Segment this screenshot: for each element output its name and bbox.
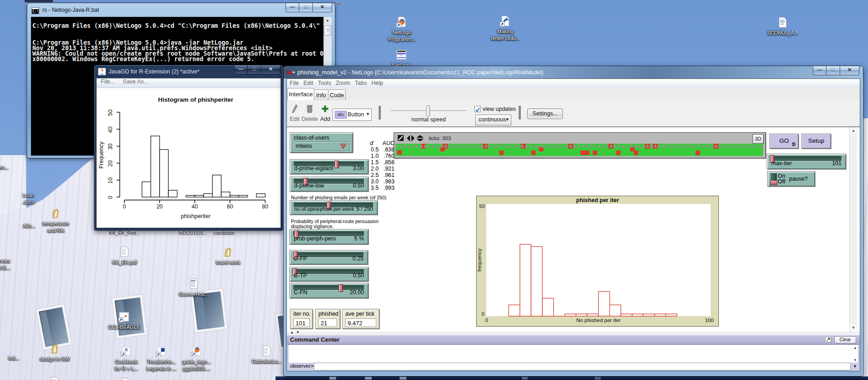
menu-zoom[interactable]: Zoom — [333, 79, 353, 86]
tool-label: Add — [317, 116, 333, 122]
slider-c-tp[interactable]: C-TP 0.50 — [289, 267, 369, 281]
go-button[interactable]: GO — [769, 134, 799, 149]
turtle-icon — [618, 144, 621, 147]
edit-tool[interactable]: Edit — [288, 104, 301, 122]
taskbar[interactable] — [275, 376, 868, 380]
taskbar-button[interactable] — [365, 377, 372, 380]
menu-file[interactable]: File — [287, 79, 301, 86]
menu-help[interactable]: Help — [369, 79, 385, 86]
slider-thumb[interactable] — [334, 161, 339, 168]
close-button[interactable]: ✕ — [261, 65, 281, 74]
menu-save-as[interactable]: Save As... — [123, 78, 148, 85]
cc-scroll-down-icon[interactable]: ▼ — [853, 358, 857, 362]
netlogo-window: phishing_model_v2 - NetLogo {C:\Users\ka… — [283, 66, 863, 376]
setup-button[interactable]: Setup — [801, 134, 831, 149]
tab-info[interactable]: Info — [314, 89, 328, 100]
clear-button[interactable]: Clear — [834, 336, 856, 344]
slider-label: C-TP — [294, 272, 307, 279]
div-element: ✕ — [313, 4, 332, 10]
maximize-button[interactable]: □ — [248, 65, 261, 74]
scroll-up-arrow[interactable]: ▲ — [324, 17, 331, 24]
menu-tools[interactable]: Tools — [316, 79, 333, 86]
maximize-button[interactable]: □ — [299, 3, 313, 12]
turtle-icon — [626, 144, 629, 147]
netlogo-titlebar[interactable]: phishing_model_v2 - NetLogo {C:\Users\ka… — [284, 66, 863, 78]
javagd-titlebar[interactable]: JavaGD for R-Extension (2) *active* — □ … — [94, 65, 283, 78]
scroll-up-arrow[interactable]: ▲ — [850, 128, 857, 134]
turtle-icon — [395, 144, 398, 147]
widget-type-combo[interactable]: abc Button ▼ — [333, 109, 372, 121]
add-tool[interactable]: Add — [317, 104, 333, 122]
menu-tabs[interactable]: Tabs — [353, 79, 369, 86]
turtle-icon — [606, 144, 608, 147]
slider-value: 0.25 — [353, 255, 364, 262]
command-center-output[interactable]: ▲ ▼ — [288, 344, 859, 364]
menu-file[interactable]: File... — [101, 78, 115, 85]
close-button[interactable]: ✕ — [313, 3, 332, 12]
menu-edit[interactable]: Edit — [301, 79, 316, 86]
history-dropdown-icon[interactable]: ▼ — [853, 364, 857, 369]
update-mode-combo[interactable]: continuous ▼ — [475, 115, 511, 125]
world-canvas[interactable] — [395, 144, 763, 156]
threed-button[interactable]: 3D — [753, 134, 764, 144]
check-icon — [475, 107, 480, 113]
switch-handle[interactable] — [770, 180, 777, 185]
slider-no-of-spearphish[interactable]: no-of-spearphish-per-week 5 / 250 — [290, 200, 378, 215]
taskbar-button[interactable] — [400, 377, 406, 380]
slider-max-iter[interactable]: max-iter 101 — [767, 154, 846, 169]
world-view[interactable]: ticks: 303 3D — [394, 132, 766, 158]
minimize-button[interactable]: — — [286, 3, 299, 12]
close-button[interactable]: ✕ — [840, 66, 859, 75]
chooser-value-box[interactable]: mtwos — [293, 141, 350, 151]
scroll-down-arrow[interactable]: ▼ — [850, 325, 857, 331]
minimize-button[interactable]: — — [813, 66, 826, 75]
slider-d-prime-low[interactable]: d-prime-low 0.50 — [290, 177, 369, 192]
switch-pause[interactable]: On Off pause? — [767, 171, 815, 187]
slider-thumb[interactable] — [338, 284, 343, 292]
slider-c-fn[interactable]: C-FN 20.00 — [289, 283, 369, 298]
widget-type-value: Button — [348, 111, 364, 118]
chooser-class-of-users[interactable]: class-of-users mtwos — [290, 132, 353, 153]
turtle-icon — [666, 144, 669, 147]
turtle-icon — [553, 144, 556, 147]
turtle-icon — [707, 144, 709, 147]
command-input[interactable] — [314, 363, 851, 370]
speed-slider-thumb[interactable] — [426, 105, 430, 116]
minimize-button[interactable]: — — [234, 65, 248, 74]
turtle-icon — [711, 144, 713, 147]
interface-vscrollbar[interactable]: ▲ ▼ — [849, 127, 857, 332]
turtle-icon — [642, 144, 645, 147]
export-icon[interactable] — [826, 337, 832, 343]
chart-text: phishperiter — [181, 213, 210, 219]
slider-d-prime-vigilant[interactable]: d-prime-vigilant 3.00 — [290, 159, 369, 174]
netlogo-icon — [287, 69, 295, 76]
terminal-titlebar[interactable]: C:\ rs - Netlogo-Java-R.bat — □ ✕ — [27, 3, 335, 17]
histogram-bar — [610, 305, 621, 316]
turtle-icon — [505, 144, 508, 147]
observer-prompt[interactable]: observer> — [290, 363, 313, 369]
turtle-icon — [448, 144, 451, 147]
tab-interface[interactable]: Interface — [287, 88, 314, 100]
tab-code[interactable]: Code — [328, 89, 346, 100]
note-row: 2.0.921 — [365, 166, 395, 172]
delete-tool[interactable]: Delete — [301, 104, 319, 122]
netlogo-tabbar: Interface Info Code — [287, 88, 860, 101]
slider-c-fp[interactable]: C-FP 0.25 — [289, 250, 368, 265]
note-cell: 1.0 — [365, 153, 379, 159]
chart-text: 40 — [107, 126, 114, 133]
taskbar-button[interactable] — [595, 377, 601, 380]
note-line: displacing vigilance. — [291, 224, 391, 229]
note-cell: .856 — [379, 159, 395, 166]
turtle-icon — [468, 144, 471, 147]
splitter-down-icon[interactable]: ▼ — [296, 330, 300, 334]
maximize-button[interactable]: □ — [826, 66, 840, 75]
turtle-icon — [691, 144, 693, 147]
settings-button[interactable]: Settings... — [527, 109, 563, 119]
taskbar-button[interactable] — [329, 377, 336, 380]
splitter-up-icon[interactable]: ▲ — [290, 330, 294, 334]
cc-scroll-up-icon[interactable]: ▲ — [853, 346, 857, 350]
slider-prob-periph-pers[interactable]: prob-periph-pers 5 % — [289, 229, 369, 245]
scroll-thumb[interactable] — [324, 26, 332, 36]
taskbar-button[interactable] — [522, 377, 528, 380]
histogram-bar — [213, 175, 221, 197]
